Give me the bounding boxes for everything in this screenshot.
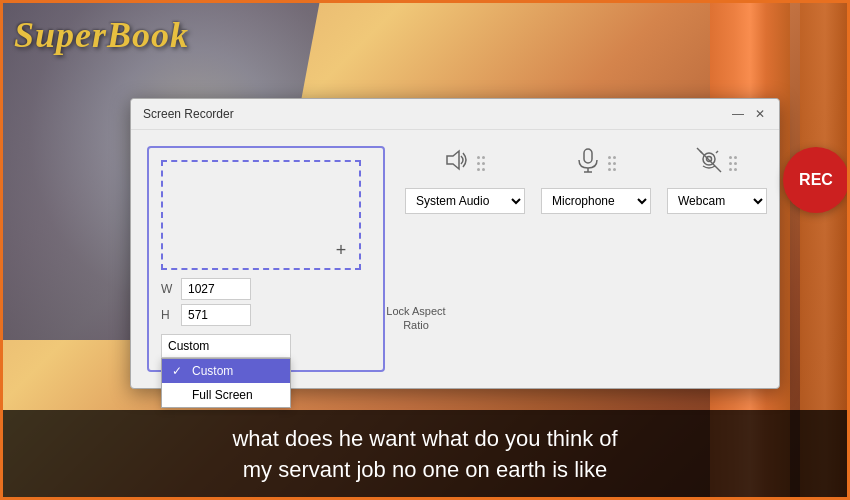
capture-area: W H Custom Full Screen (161, 160, 371, 358)
subtitle-line1: what does he want what do you think of (232, 426, 617, 451)
width-label: W (161, 282, 175, 296)
preset-row: Custom Full Screen ✓ Custom Full Screen (161, 334, 371, 358)
mic-control-group: Microphone (541, 146, 651, 214)
titlebar-buttons: — ✕ (731, 107, 767, 121)
dimensions: W H (161, 278, 371, 326)
svg-rect-1 (584, 149, 592, 163)
subtitle-line2: my servant job no one on earth is like (243, 457, 607, 482)
dialog-titlebar: Screen Recorder — ✕ (131, 99, 779, 130)
crosshair-icon (333, 242, 349, 258)
subtitle-bar: what does he want what do you think of m… (0, 410, 850, 500)
dropdown-fullscreen-label: Full Screen (192, 388, 253, 402)
audio-icon (443, 146, 471, 180)
audio-select[interactable]: System Audio (405, 188, 525, 214)
mic-dots-icon (606, 156, 618, 171)
screen-recorder-dialog: Screen Recorder — ✕ W H (130, 98, 780, 389)
lock-aspect-label: Lock AspectRatio (381, 304, 451, 333)
mic-select[interactable]: Microphone (541, 188, 651, 214)
dialog-title: Screen Recorder (143, 107, 234, 121)
audio-dots-icon (475, 156, 487, 171)
height-input[interactable] (181, 304, 251, 326)
audio-icon-row (443, 146, 487, 180)
webcam-icon (695, 146, 723, 180)
audio-control-group: System Audio (405, 146, 525, 214)
minimize-button[interactable]: — (731, 107, 745, 121)
close-button[interactable]: ✕ (753, 107, 767, 121)
rec-button[interactable]: REC (783, 147, 849, 213)
mic-icon-row (574, 146, 618, 180)
height-label: H (161, 308, 175, 322)
superbook-logo: SuperBook (14, 14, 189, 56)
capture-box[interactable] (161, 160, 361, 270)
preset-select[interactable]: Custom Full Screen (161, 334, 291, 358)
width-input[interactable] (181, 278, 251, 300)
subtitle-text: what does he want what do you think of m… (20, 424, 830, 486)
dropdown-item-custom[interactable]: ✓ Custom (162, 359, 290, 383)
webcam-icon-row (695, 146, 739, 180)
webcam-dots-icon (727, 156, 739, 171)
check-icon: ✓ (172, 364, 186, 378)
capture-panel: W H Custom Full Screen (147, 146, 385, 372)
dialog-body: W H Custom Full Screen (131, 130, 779, 388)
dropdown-item-fullscreen[interactable]: Full Screen (162, 383, 290, 407)
svg-line-7 (716, 151, 718, 153)
svg-marker-0 (447, 151, 459, 169)
controls-area: System Audio (405, 146, 849, 214)
height-row: H (161, 304, 371, 326)
preset-dropdown-menu: ✓ Custom Full Screen (161, 358, 291, 408)
dropdown-custom-label: Custom (192, 364, 233, 378)
webcam-select[interactable]: Webcam (667, 188, 767, 214)
preset-dropdown-wrapper: Custom Full Screen ✓ Custom Full Screen (161, 334, 291, 358)
width-row: W (161, 278, 371, 300)
webcam-control-group: Webcam (667, 146, 767, 214)
mic-icon (574, 146, 602, 180)
